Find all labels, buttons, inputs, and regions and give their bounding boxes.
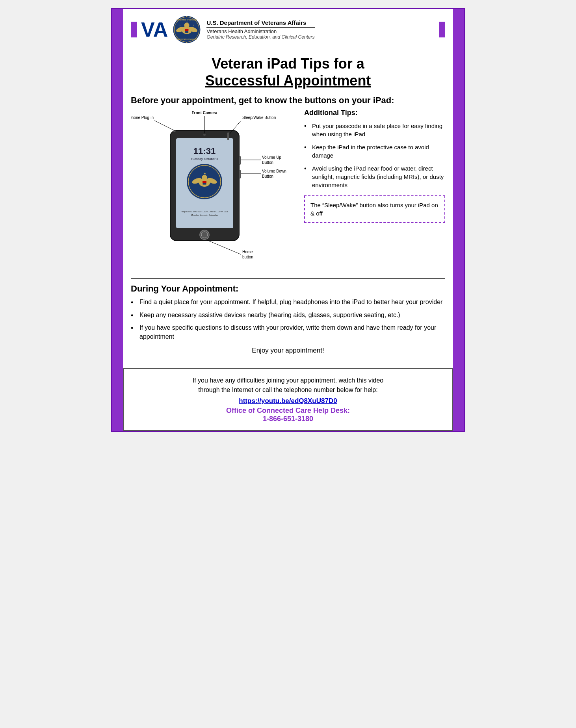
svg-text:↓: ↓	[260, 171, 262, 175]
svg-point-30	[202, 175, 207, 180]
svg-point-19	[201, 232, 208, 238]
tips-col: Additional Tips: Put your passcode in a …	[304, 109, 445, 274]
va-text-block: U.S. Department of Veterans Affairs Vete…	[206, 19, 314, 40]
svg-rect-22	[227, 132, 229, 140]
svg-rect-23	[239, 156, 241, 165]
svg-point-27	[187, 164, 222, 199]
title-line1: Veteran iPad Tips for a	[212, 56, 364, 72]
during-item-3: If you have specific questions to discus…	[131, 323, 445, 341]
va-logo: VA	[141, 19, 168, 40]
svg-text:Headphone Plug-in: Headphone Plug-in	[131, 115, 154, 120]
svg-text:★: ★	[193, 24, 195, 26]
svg-line-52	[206, 240, 241, 254]
ipad-diagram-col: 11:31 Tuesday, October 3 ★ Help	[131, 109, 296, 274]
during-list: Find a quiet place for your appointment.…	[131, 298, 445, 341]
header-accent-left	[131, 22, 137, 37]
svg-text:★: ★	[186, 21, 188, 23]
svg-point-32	[206, 177, 218, 185]
dotted-box: The “Sleep/Wake” button also turns your …	[304, 195, 445, 223]
svg-rect-10	[185, 29, 189, 31]
svg-rect-24	[239, 170, 241, 178]
svg-rect-17	[176, 138, 233, 228]
svg-rect-16	[170, 130, 239, 241]
svg-point-28	[188, 165, 221, 198]
diagram-wrapper: 11:31 Tuesday, October 3 ★ Help	[131, 109, 296, 274]
additional-tips-list: Put your passcode in a safe place for ea…	[304, 122, 445, 189]
svg-text:★: ★	[179, 24, 181, 26]
diagram-svg: 11:31 Tuesday, October 3 ★ Help	[131, 109, 296, 274]
svg-line-38	[154, 121, 176, 131]
svg-point-31	[191, 177, 203, 185]
tip-item-2: Keep the iPad in the protective case to …	[304, 143, 445, 160]
svg-line-40	[229, 121, 241, 135]
svg-text:Front Camera: Front Camera	[191, 111, 217, 115]
footer-box: If you have any difficulties joining you…	[123, 368, 453, 431]
svg-text:★: ★	[204, 173, 206, 175]
svg-rect-35	[203, 181, 206, 183]
during-item-2: Keep any necessary assistive devices nea…	[131, 311, 445, 319]
header: VA DEPARTMENT OF VETERANS UNITED STATES …	[123, 9, 453, 47]
svg-text:Sleep/Wake Button: Sleep/Wake Button	[242, 115, 276, 120]
va-sub2: Geriatric Research, Education, and Clini…	[206, 34, 314, 40]
svg-text:Monday through Saturday: Monday through Saturday	[191, 214, 218, 216]
svg-point-20	[203, 134, 206, 136]
content-area: VA DEPARTMENT OF VETERANS UNITED STATES …	[123, 9, 453, 431]
footer-text-content: If you have any difficulties joining you…	[193, 377, 383, 393]
ipad-section: 11:31 Tuesday, October 3 ★ Help	[123, 109, 453, 278]
svg-text:Home: Home	[242, 250, 253, 254]
during-item-1: Find a quiet place for your appointment.…	[131, 298, 445, 306]
dotted-box-text: The “Sleep/Wake” button also turns your …	[310, 202, 438, 217]
svg-text:Button: Button	[262, 160, 273, 165]
footer-phone: 1-866-651-3180	[136, 415, 440, 423]
svg-point-14	[186, 42, 188, 43]
svg-point-15	[186, 16, 188, 17]
va-sub1: Veterans Health Administration	[206, 28, 314, 34]
tip-item-3: Avoid using the iPad near food or water,…	[304, 164, 445, 189]
additional-tips-heading: Additional Tips:	[304, 109, 445, 117]
va-seal-icon: DEPARTMENT OF VETERANS UNITED STATES OF …	[173, 15, 201, 44]
svg-point-29	[199, 179, 210, 187]
dept-name: U.S. Department of Veterans Affairs	[206, 19, 314, 28]
svg-text:Volume Up: Volume Up	[262, 155, 281, 160]
title-line2: Successful Appointment	[205, 72, 371, 89]
svg-point-18	[200, 230, 209, 240]
footer-link[interactable]: https://youtu.be/edQ8XuU87D0	[136, 397, 440, 405]
svg-rect-21	[173, 130, 176, 132]
page: VA DEPARTMENT OF VETERANS UNITED STATES …	[111, 8, 465, 432]
during-heading: During Your Appointment:	[131, 284, 445, 294]
footer-office: Office of Connected Care Help Desk:	[136, 407, 440, 415]
svg-text:Help Desk: 800-555-1234 1:00 t: Help Desk: 800-555-1234 1:00 to 11 PM ES…	[181, 210, 229, 213]
footer-text: If you have any difficulties joining you…	[136, 376, 440, 395]
svg-text:11:31: 11:31	[193, 146, 216, 156]
svg-text:UNITED STATES OF AMERICA: UNITED STATES OF AMERICA	[177, 39, 197, 40]
svg-text:↑: ↑	[260, 157, 262, 162]
svg-text:Tuesday, October 3: Tuesday, October 3	[191, 157, 218, 161]
svg-rect-34	[203, 181, 206, 185]
svg-text:Button: Button	[262, 174, 273, 178]
tip-item-1: Put your passcode in a safe place for ea…	[304, 122, 445, 138]
main-title: Veteran iPad Tips for a Successful Appoi…	[123, 51, 453, 91]
enjoy-text: Enjoy your appointment!	[131, 347, 445, 355]
header-accent-right	[439, 22, 445, 37]
svg-text:button: button	[242, 255, 253, 259]
svg-text:Volume Down: Volume Down	[262, 169, 286, 173]
before-heading: Before your appointment, get to know the…	[123, 91, 453, 109]
